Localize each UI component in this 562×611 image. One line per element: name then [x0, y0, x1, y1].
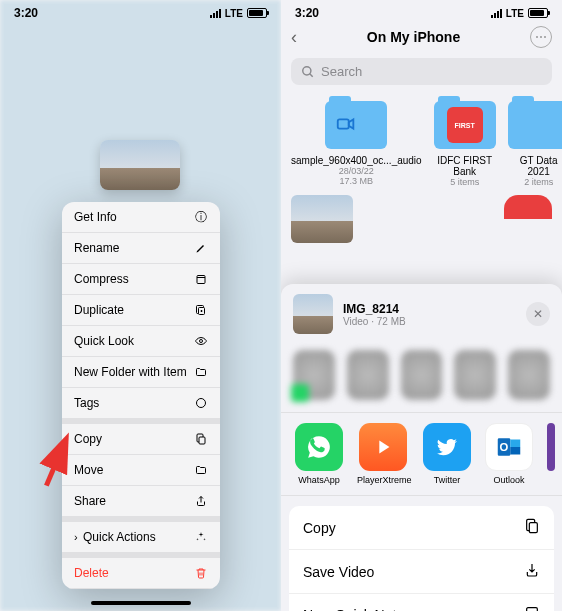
- save-icon: [524, 561, 540, 582]
- menu-label: Duplicate: [74, 303, 124, 317]
- search-icon: [301, 65, 315, 79]
- close-button[interactable]: ✕: [526, 302, 550, 326]
- context-menu: Get Info ⓘ Rename Compress Duplicate: [62, 202, 220, 589]
- battery-icon: [528, 8, 548, 18]
- back-button[interactable]: ‹: [291, 27, 297, 48]
- app-whatsapp[interactable]: WhatsApp: [295, 423, 343, 485]
- svg-rect-7: [199, 437, 205, 444]
- contact-item[interactable]: [401, 350, 443, 400]
- action-save-video[interactable]: Save Video: [289, 550, 554, 594]
- menu-quick-look[interactable]: Quick Look: [62, 326, 220, 357]
- menu-new-folder[interactable]: New Folder with Item: [62, 357, 220, 388]
- outlook-icon: O: [494, 432, 524, 462]
- folder-plus-icon: [194, 365, 208, 379]
- menu-share[interactable]: Share: [62, 486, 220, 517]
- menu-label: Share: [74, 494, 106, 508]
- menu-label: Delete: [74, 566, 109, 580]
- signal-icon: [210, 9, 221, 18]
- contact-item[interactable]: [508, 350, 550, 400]
- svg-text:O: O: [500, 441, 509, 453]
- share-meta: Video · 72 MB: [343, 316, 516, 327]
- action-new-quick-note[interactable]: New Quick Note: [289, 594, 554, 611]
- app-label: Twitter: [423, 475, 471, 485]
- menu-compress[interactable]: Compress: [62, 264, 220, 295]
- app-outlook[interactable]: O Outlook: [485, 423, 533, 485]
- copy-icon: [524, 517, 540, 538]
- menu-label: Copy: [74, 432, 102, 446]
- second-row: [281, 187, 562, 243]
- folder-icon: [194, 463, 208, 477]
- action-list: Copy Save Video New Quick Note: [289, 506, 554, 611]
- status-bar: 3:20 LTE: [281, 0, 562, 22]
- status-time: 3:20: [295, 6, 319, 20]
- contact-item[interactable]: [293, 350, 335, 400]
- svg-rect-16: [510, 447, 520, 455]
- action-copy[interactable]: Copy: [289, 506, 554, 550]
- menu-get-info[interactable]: Get Info ⓘ: [62, 202, 220, 233]
- action-label: New Quick Note: [303, 607, 404, 612]
- folder-name: sample_960x400_oc..._audio: [291, 155, 422, 166]
- sparkle-icon: [194, 530, 208, 544]
- network-label: LTE: [506, 8, 524, 19]
- menu-duplicate[interactable]: Duplicate: [62, 295, 220, 326]
- menu-delete[interactable]: Delete: [62, 553, 220, 589]
- action-label: Copy: [303, 520, 336, 536]
- svg-rect-15: [510, 440, 520, 448]
- pencil-icon: [194, 241, 208, 255]
- whatsapp-icon: [306, 434, 332, 460]
- apps-row: WhatsApp PlayerXtreme Twitter O Outlook: [281, 412, 562, 496]
- folder-meta: 5 items: [434, 177, 496, 187]
- folder-item-gt[interactable]: GT Data 2021 2 items: [508, 101, 562, 187]
- note-icon: [524, 605, 540, 611]
- folder-grid: sample_960x400_oc..._audio 28/03/22 17.3…: [281, 91, 562, 187]
- trash-icon: [194, 566, 208, 580]
- search-input[interactable]: Search: [291, 58, 552, 85]
- copy-icon: [194, 432, 208, 446]
- video-icon: [335, 113, 357, 135]
- app-playerxtreme[interactable]: PlayerXtreme: [357, 423, 409, 485]
- right-phone: 3:20 LTE ‹ On My iPhone ⋯ Search sample_…: [281, 0, 562, 611]
- file-thumbnail[interactable]: [100, 140, 180, 190]
- tag-icon: [194, 396, 208, 410]
- folder-item-video[interactable]: sample_960x400_oc..._audio 28/03/22 17.3…: [291, 101, 422, 187]
- app-twitter[interactable]: Twitter: [423, 423, 471, 485]
- status-time: 3:20: [14, 6, 38, 20]
- status-bar: 3:20 LTE: [0, 0, 281, 22]
- battery-icon: [247, 8, 267, 18]
- svg-rect-12: [338, 119, 349, 128]
- idfc-icon: FIRST: [434, 101, 496, 149]
- svg-line-11: [310, 73, 313, 76]
- menu-label: Tags: [74, 396, 99, 410]
- folder-meta: 2 items: [508, 177, 562, 187]
- folder-item-partial[interactable]: [504, 195, 552, 219]
- home-indicator[interactable]: [91, 601, 191, 605]
- menu-label: Quick Look: [74, 334, 134, 348]
- menu-quick-actions[interactable]: › Quick Actions: [62, 517, 220, 553]
- nav-header: ‹ On My iPhone ⋯: [281, 22, 562, 52]
- app-label: WhatsApp: [295, 475, 343, 485]
- menu-label: › Quick Actions: [74, 530, 156, 544]
- contact-item[interactable]: [347, 350, 389, 400]
- menu-label: Compress: [74, 272, 129, 286]
- menu-rename[interactable]: Rename: [62, 233, 220, 264]
- contacts-row: [281, 344, 562, 412]
- menu-tags[interactable]: Tags: [62, 388, 220, 419]
- app-partial[interactable]: [547, 423, 555, 485]
- folder-item-idfc[interactable]: FIRST IDFC FIRST Bank 5 items: [434, 101, 496, 187]
- eye-icon: [194, 334, 208, 348]
- folder-meta: 17.3 MB: [291, 176, 422, 186]
- more-button[interactable]: ⋯: [530, 26, 552, 48]
- share-header: IMG_8214 Video · 72 MB ✕: [281, 284, 562, 344]
- folder-name: GT Data 2021: [508, 155, 562, 177]
- folder-meta: 28/03/22: [291, 166, 422, 176]
- contact-item[interactable]: [454, 350, 496, 400]
- svg-line-9: [32, 442, 79, 486]
- menu-copy[interactable]: Copy: [62, 419, 220, 455]
- app-label: Outlook: [485, 475, 533, 485]
- signal-icon: [491, 9, 502, 18]
- network-label: LTE: [225, 8, 243, 19]
- file-thumbnail[interactable]: [291, 195, 353, 243]
- chevron-right-icon: ›: [74, 531, 78, 543]
- share-title: IMG_8214: [343, 302, 516, 316]
- app-label: PlayerXtreme: [357, 475, 409, 485]
